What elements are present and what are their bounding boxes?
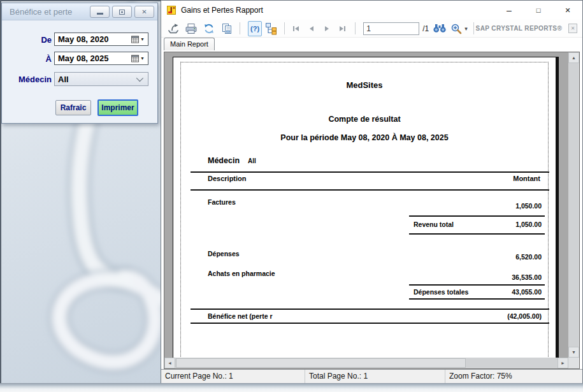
report-divider	[191, 323, 549, 324]
toolbar-separator	[284, 22, 285, 34]
toolbar-separator	[473, 22, 474, 34]
zoom-dropdown-caret-icon[interactable]: ▾	[464, 25, 468, 32]
scroll-down-icon[interactable]: ▼	[568, 347, 579, 358]
report-divider	[191, 171, 549, 173]
dialog-maximize-button[interactable]	[112, 6, 132, 18]
column-header-description: Description	[208, 175, 247, 182]
report-divider	[409, 298, 545, 300]
report-subtotal-label: Revenu total	[414, 221, 454, 228]
toolbar-separator	[355, 22, 356, 34]
print-toolbar-button[interactable]	[184, 21, 198, 36]
report-divider	[409, 215, 545, 217]
date-dropdown-icon[interactable]: ▼	[140, 56, 145, 61]
next-page-button[interactable]	[320, 21, 334, 36]
copy-button[interactable]	[220, 21, 234, 36]
tab-main-report[interactable]: Main Report	[164, 38, 215, 50]
window-close-button[interactable]: ✕	[553, 1, 582, 20]
previous-page-button[interactable]	[305, 21, 319, 36]
column-header-amount: Montant	[513, 175, 540, 182]
date-to-label: À	[6, 54, 52, 64]
last-page-button[interactable]	[335, 21, 349, 36]
report-divider	[191, 309, 549, 310]
report-divider	[409, 233, 545, 235]
vertical-scrollbar[interactable]: ▲ ▼	[568, 52, 579, 358]
report-page: MedSites Compte de résultat Pour la péri…	[173, 57, 559, 359]
calendar-icon[interactable]	[131, 55, 139, 62]
crystal-reports-app-icon	[166, 5, 176, 15]
toolbar-separator	[240, 22, 240, 34]
report-filter-row: MédecinAll	[208, 154, 256, 166]
minimize-icon	[97, 13, 103, 15]
report-subtotal-label: Dépenses totales	[414, 288, 468, 296]
report-view-area: MedSites Compte de résultat Pour la péri…	[164, 52, 580, 369]
scrollbar-corner	[568, 358, 579, 368]
chevron-down-icon	[136, 75, 143, 82]
dialog-title: Bénéfice et perte	[10, 7, 72, 17]
date-to-value: May 08, 2025	[55, 54, 131, 63]
report-title: Compte de résultat	[173, 115, 556, 124]
report-line-label: Achats en pharmacie	[208, 270, 275, 277]
crystal-reports-window: Gains et Pertes Rapport – □ ✕ (?)	[161, 0, 583, 383]
date-from-value: May 08, 2020	[55, 34, 131, 44]
dialog-close-button[interactable]: ✕	[134, 6, 154, 18]
sap-crystal-reports-logo: SAP CRYSTAL REPORTS®	[476, 25, 563, 32]
medecin-value: All	[55, 75, 136, 84]
refresh-toolbar-button[interactable]	[202, 21, 216, 36]
first-page-button[interactable]	[289, 21, 303, 36]
status-total-page: Total Page No.: 1	[305, 370, 445, 383]
report-line-amount: 6,520.00	[515, 253, 542, 261]
page-number-input[interactable]	[363, 22, 419, 35]
report-period: Pour la période May 08, 2020 À May 08, 2…	[173, 133, 556, 142]
date-from-label: De	[6, 35, 52, 45]
horizontal-scrollbar-thumb[interactable]	[176, 358, 466, 368]
find-button[interactable]	[433, 21, 447, 36]
report-filter-value: All	[248, 157, 256, 164]
zoom-button[interactable]	[449, 21, 463, 36]
scroll-left-icon[interactable]: ◄	[164, 358, 175, 368]
report-net-amount: (42,005.00)	[507, 312, 542, 320]
benefice-et-perte-dialog: Bénéfice et perte ✕ De May 08, 2020 ▼ À …	[1, 3, 158, 124]
report-tabbar: Main Report	[161, 38, 582, 52]
page-total-label: /1	[422, 24, 429, 33]
toolbar-close-icon[interactable]: ✕	[568, 24, 577, 33]
dialog-minimize-button[interactable]	[90, 6, 110, 18]
report-divider	[191, 189, 549, 191]
window-maximize-button[interactable]: □	[524, 1, 553, 20]
medecin-label: Médecin	[6, 75, 52, 84]
window-bottom-frame	[0, 383, 583, 392]
screen: Bénéfice et perte ✕ De May 08, 2020 ▼ À …	[0, 0, 583, 392]
maximize-icon	[119, 10, 125, 15]
report-net-label: Bénéfice net (perte r	[208, 312, 273, 320]
dialog-titlebar[interactable]: Bénéfice et perte ✕	[2, 3, 157, 20]
status-zoom-factor: Zoom Factor: 75%	[445, 370, 582, 383]
report-subtotal-amount: 43,055.00	[512, 288, 542, 296]
report-line-label: Factures	[208, 198, 236, 206]
window-titlebar[interactable]: Gains et Pertes Rapport – □ ✕	[161, 1, 582, 20]
window-title: Gains et Pertes Rapport	[181, 6, 263, 15]
medecin-select[interactable]: All	[54, 72, 148, 86]
date-dropdown-icon[interactable]: ▼	[140, 37, 145, 41]
scroll-right-icon[interactable]: ►	[558, 358, 568, 368]
export-button[interactable]	[166, 21, 180, 36]
window-minimize-button[interactable]: –	[494, 1, 524, 20]
report-subtotal-amount: 1,050.00	[515, 221, 542, 228]
report-line-amount: 1,050.00	[515, 202, 542, 210]
help-toggle-button[interactable]: (?)	[248, 21, 262, 36]
status-current-page: Current Page No.: 1	[161, 370, 305, 383]
scroll-up-icon[interactable]: ▲	[568, 52, 579, 63]
viewer-statusbar: Current Page No.: 1 Total Page No.: 1 Zo…	[161, 369, 582, 383]
calendar-icon[interactable]	[131, 36, 139, 43]
date-from-field[interactable]: May 08, 2020 ▼	[54, 33, 148, 46]
refresh-button[interactable]: Rafraîc	[55, 100, 91, 115]
viewer-toolbar: (?) /1	[161, 20, 582, 38]
horizontal-scrollbar[interactable]: ◄ ►	[164, 358, 568, 368]
report-company-name: MedSites	[173, 80, 556, 90]
report-divider	[409, 284, 545, 286]
report-filter-label: Médecin	[208, 156, 240, 165]
report-line-label: Dépenses	[208, 250, 240, 258]
print-button[interactable]: Imprimer	[97, 99, 138, 116]
group-tree-toggle-button[interactable]	[264, 21, 278, 36]
date-to-field[interactable]: May 08, 2025 ▼	[54, 52, 148, 65]
report-line-amount: 36,535.00	[512, 273, 542, 281]
